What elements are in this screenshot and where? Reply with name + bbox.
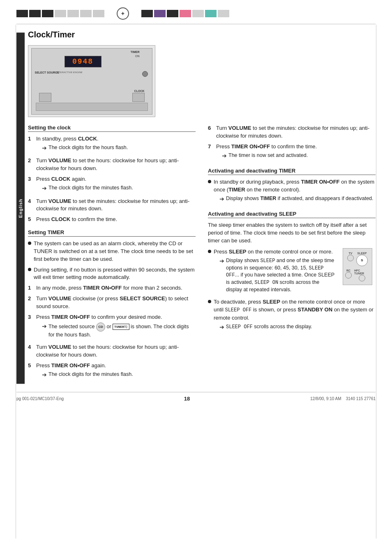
device-left-button (39, 93, 51, 102)
act-timer-bullet-1: In standby or during playback, press TIM… (208, 178, 376, 205)
step-num-1: 1 (28, 135, 34, 154)
tuner-badge: TUNER1) (113, 324, 129, 330)
bar-seg-2 (29, 10, 41, 17)
right-bar-group (141, 10, 229, 17)
right-bar-seg-6 (205, 10, 217, 17)
right-margin-line (376, 25, 376, 539)
timer-step-1: 1 In any mode, press TIMER ON•OFF for mo… (28, 284, 196, 292)
timer-bullet-1: The system can be used as an alarm clock… (28, 240, 196, 263)
rc-button (345, 272, 352, 279)
arrow-1: ➔ (42, 144, 47, 152)
bar-seg-1 (16, 10, 28, 17)
right-bar-seg-2 (154, 10, 166, 17)
sleep-bullet-2: To deactivate, press SLEEP on the remote… (208, 298, 376, 333)
footer-left: pg 001-021/MC10/37-Eng (16, 396, 64, 401)
clock-step-3: 3 Press CLOCK again. ➔ The clock digits … (28, 175, 196, 194)
right-bar-seg-7 (218, 10, 229, 17)
timer-step-2: 2 Turn VOLUME clockwise (or press SELECT… (28, 295, 196, 311)
bullet-dot-1 (28, 242, 31, 245)
top-decorative-bar: ✦ (0, 0, 392, 24)
timer-step-3: 3 Press TIMER ON•OFF to confirm your des… (28, 313, 196, 341)
hfc-tuner-label: HFC TUNER (354, 269, 370, 275)
sleep-remote-image: TV SLEEP S (343, 248, 376, 297)
device-volume-knob (142, 71, 148, 77)
bullet-dot-2 (28, 268, 31, 271)
activating-sleep-title: Activating and deactivating SLEEP (208, 211, 376, 218)
instructions-two-col: Setting the clock 1 In standby, press CL… (28, 124, 376, 384)
sleep-section-with-image: Press SLEEP on the remote control once o… (208, 248, 376, 299)
timer-step-4: 4 Turn VOLUME to set the hours: clockwis… (28, 343, 196, 359)
step-num-5: 5 (28, 216, 34, 223)
step-7-note: ➔ The timer is now set and activated. (222, 152, 376, 160)
page-title: Clock/Timer (28, 30, 376, 39)
step-1-content: In standby, press CLOCK. ➔ The clock dig… (36, 135, 196, 154)
sleep-intro: The sleep timer enables the system to sw… (208, 221, 376, 245)
timer-step-3-note: ➔ The selected source CD or TUNER1) is s… (42, 322, 196, 339)
rc-label: RC (346, 269, 350, 272)
setting-timer-title: Setting TIMER (28, 229, 196, 237)
activating-timer-title: Activating and deactivating TIMER (208, 168, 376, 175)
device-right-button (132, 93, 145, 102)
step-num-2: 2 (28, 157, 34, 173)
device-timer-label: TIMER (131, 51, 140, 53)
page-footer: pg 001-021/MC10/37-Eng 18 12/8/00, 9:10 … (16, 392, 376, 405)
step-num-3: 3 (28, 175, 34, 194)
hfc-button (359, 275, 365, 281)
sleep-button: S (356, 255, 368, 266)
left-col: Setting the clock 1 In standby, press CL… (28, 124, 196, 384)
main-column: Clock/Timer 0948 TIMER ON SELECT SOURCE … (28, 24, 376, 384)
bar-seg-6 (80, 10, 92, 17)
tv-label: TV (349, 252, 353, 255)
compass-icon: ✦ (117, 7, 129, 20)
continued-step-6: 6 Turn VOLUME to set the minutes: clockw… (208, 124, 376, 140)
device-display: 0948 (65, 56, 101, 67)
right-bar-seg-5 (192, 10, 204, 17)
page-content: English Clock/Timer 0948 TIMER ON SELECT… (0, 24, 392, 384)
left-margin-line (16, 25, 16, 539)
step-1-note: ➔ The clock digits for the hours flash. (42, 144, 196, 152)
sleep-text: Press SLEEP on the remote control once o… (208, 248, 334, 299)
step-num-4: 4 (28, 198, 34, 213)
sleep-note-1: ➔ Display shows SLEEP and one of the sle… (219, 257, 334, 294)
bullet-dot-sleep-2 (208, 300, 211, 303)
device-bottom-bar (36, 103, 148, 111)
timer-bullet-2: During setting, if no button is pressed … (28, 266, 196, 282)
clock-step-4: 4 Turn VOLUME to set the minutes: clockw… (28, 198, 196, 213)
bar-seg-5 (67, 10, 79, 17)
bullet-dot-sleep-1 (208, 250, 211, 253)
language-sidebar: English (16, 32, 25, 384)
sleep-remote-box: TV SLEEP S (343, 248, 372, 285)
tv-button (347, 255, 354, 261)
timer-step-5: 5 Press TIMER ON•OFF again. ➔ The clock … (28, 362, 196, 381)
bar-seg-7 (93, 10, 104, 17)
bar-seg-4 (55, 10, 66, 17)
right-bar-seg-1 (141, 10, 153, 17)
bar-seg-3 (42, 10, 53, 17)
device-select-source: SELECT SOURCE (35, 71, 60, 74)
clock-bold: CLOCK (78, 136, 97, 142)
right-bar-seg-4 (180, 10, 191, 17)
device-interactive-engine-label: INTERACTIVE ENGINE (56, 71, 83, 74)
act-timer-note: ➔ Display shows TIMER if activated, and … (219, 195, 376, 203)
device-inner: 0948 TIMER ON SELECT SOURCE CLOCK INTERA… (31, 48, 152, 115)
right-col: 6 Turn VOLUME to set the minutes: clockw… (208, 124, 376, 384)
left-bar-group (16, 10, 104, 17)
language-label: English (18, 198, 23, 218)
continued-step-7: 7 Press TIMER ON•OFF to confirm the time… (208, 143, 376, 162)
sleep-bullet-1: Press SLEEP on the remote control once o… (208, 248, 334, 296)
clock-step-2: 2 Turn VOLUME to set the hours: clockwis… (28, 157, 196, 173)
clock-step-1: 1 In standby, press CLOCK. ➔ The clock d… (28, 135, 196, 154)
sleep-label: SLEEP (357, 252, 367, 255)
cd-icon: CD (96, 322, 105, 332)
sleep-note-2: ➔ SLEEP OFF scrolls across the display. (219, 323, 376, 332)
device-clock-label: CLOCK (134, 90, 145, 92)
timer-step-5-note: ➔ The clock digits for the minutes flash… (42, 371, 196, 379)
setting-clock-title: Setting the clock (28, 124, 196, 132)
step-3-note: ➔ The clock digits for the minutes flash… (42, 184, 196, 193)
device-image: 0948 TIMER ON SELECT SOURCE CLOCK INTERA… (28, 45, 155, 117)
page-number: 18 (184, 396, 190, 402)
bullet-dot-act-1 (208, 180, 211, 183)
clock-step-5: 5 Press CLOCK to confirm the time. (28, 216, 196, 223)
device-on-label: ON (135, 55, 140, 58)
right-bar-seg-3 (167, 10, 178, 17)
